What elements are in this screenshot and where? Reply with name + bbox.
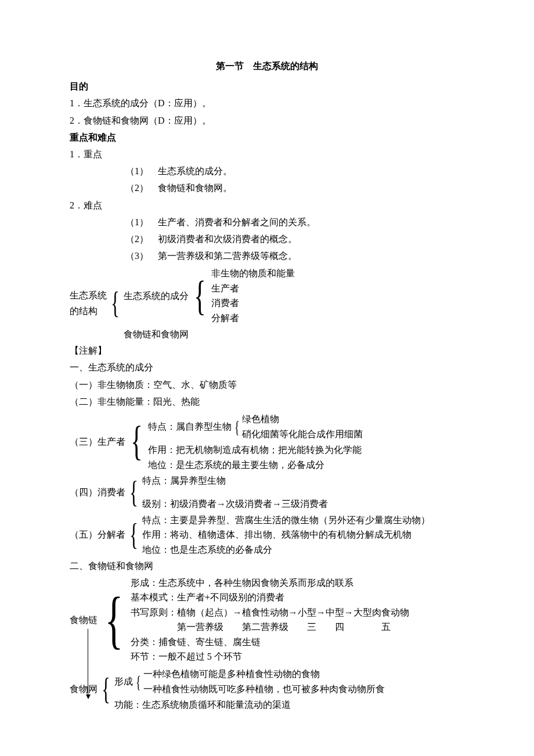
food-web-form-1: 一种绿色植物可能是多种植食性动物的食物 bbox=[143, 667, 385, 682]
producer-label: （三）生产者 bbox=[70, 411, 125, 472]
objective-2: 2．食物链和食物网（D：应用）。 bbox=[70, 113, 464, 128]
food-web-label: 食物网 bbox=[70, 665, 98, 712]
producer-status: 地位：是生态系统的最主要生物，必备成分 bbox=[148, 458, 363, 473]
food-chain-form: 形成：生态系统中，各种生物因食物关系而形成的联系 bbox=[131, 575, 409, 591]
consumer-block: （四）消费者 { 特点：属异养型生物 级别：初级消费者→次级消费者→三级消费者 bbox=[70, 473, 464, 511]
decomposer-feature: 特点：主要是异养型、营腐生生活的微生物（另外还有少量腐生动物） bbox=[142, 513, 430, 528]
objective-1: 1．生态系统的成分（D：应用）。 bbox=[70, 95, 464, 111]
structure-comp-3: 消费者 bbox=[211, 296, 295, 311]
structure-branch-2: 食物链和食物网 bbox=[124, 327, 295, 342]
food-chain-links: 环节：一般不超过 5 个环节 bbox=[131, 649, 409, 664]
producer-block: （三）生产者 { 特点：属自养型生物 { 绿色植物 硝化细菌等化能合成作用细菌 … bbox=[70, 411, 464, 472]
decomposer-status: 地位：也是生态系统的必备成分 bbox=[142, 542, 430, 557]
brace-icon: { bbox=[129, 513, 139, 557]
note-heading: 【注解】 bbox=[70, 343, 464, 358]
structure-root-1: 生态系统 bbox=[70, 287, 107, 303]
heading-key-difficult: 重点和难点 bbox=[70, 129, 464, 145]
brace-icon: { bbox=[104, 575, 124, 665]
decomposer-role: 作用：将动、植物遗体、排出物、残落物中的有机物分解成无机物 bbox=[142, 527, 430, 542]
consumer-label: （四）消费者 bbox=[70, 473, 125, 511]
key-point-1: （1） 生态系统的成分。 bbox=[70, 163, 464, 179]
brace-icon: { bbox=[193, 266, 207, 325]
page-title: 第一节 生态系统的结构 bbox=[70, 58, 464, 74]
difficult-2: （2） 初级消费者和次级消费者的概念。 bbox=[70, 231, 464, 247]
note-1-2: （二）非生物能量：阳光、热能 bbox=[70, 394, 464, 409]
decomposer-label: （五）分解者 bbox=[70, 513, 125, 557]
brace-icon: { bbox=[110, 265, 120, 341]
difficult-3: （3） 第一营养级和第二营养级等概念。 bbox=[70, 248, 464, 264]
decomposer-block: （五）分解者 { 特点：主要是异养型、营腐生生活的微生物（另外还有少量腐生动物）… bbox=[70, 513, 464, 557]
structure-comp-1: 非生物的物质和能量 bbox=[211, 266, 295, 281]
consumer-levels: 级别：初级消费者→次级消费者→三级消费者 bbox=[142, 496, 328, 512]
structure-diagram: 生态系统 的结构 { 生态系统的成分 { 非生物的物质和能量 生产者 消费者 分… bbox=[70, 265, 464, 341]
food-chain-web-block: 食物链 { 形成：生态系统中，各种生物因食物关系而形成的联系 基本模式：生产者+… bbox=[70, 575, 464, 712]
food-chain-types: 分类：捕食链、寄生链、腐生链 bbox=[131, 635, 409, 650]
producer-role: 作用：把无机物制造成有机物；把光能转换为化学能 bbox=[148, 442, 363, 458]
key-point-heading: 1．重点 bbox=[70, 146, 464, 162]
producer-feature: 特点：属自养型生物 bbox=[148, 412, 232, 441]
note-1: 一、生态系统的成分 bbox=[70, 359, 464, 375]
brace-icon: { bbox=[129, 473, 139, 511]
arrow-down-icon bbox=[88, 629, 88, 699]
difficult-1: （1） 生产者、消费者和分解者之间的关系。 bbox=[70, 214, 464, 230]
consumer-feature: 特点：属异养型生物 bbox=[142, 473, 328, 488]
key-point-2: （2） 食物链和食物网。 bbox=[70, 180, 464, 196]
structure-comp-2: 生产者 bbox=[211, 281, 295, 296]
note-1-1: （一）非生物物质：空气、水、矿物质等 bbox=[70, 377, 464, 393]
food-web-form-label: 形成 bbox=[114, 667, 133, 696]
brace-icon: { bbox=[130, 411, 143, 472]
food-chain-label: 食物链 bbox=[70, 575, 98, 665]
brace-icon: { bbox=[135, 667, 142, 696]
difficult-heading: 2．难点 bbox=[70, 197, 464, 213]
food-chain-model: 基本模式：生产者+不同级别的消费者 bbox=[131, 590, 409, 605]
brace-icon: { bbox=[233, 412, 240, 441]
note-2: 二、食物链和食物网 bbox=[70, 558, 464, 574]
food-chain-rule-b: 第一营养级 第二营养级 三 四 五 bbox=[131, 620, 409, 635]
producer-feature-2: 硝化细菌等化能合成作用细菌 bbox=[242, 427, 363, 442]
producer-feature-1: 绿色植物 bbox=[242, 412, 363, 427]
structure-comp-4: 分解者 bbox=[211, 311, 295, 326]
structure-root-2: 的结构 bbox=[70, 303, 107, 319]
brace-icon: { bbox=[101, 665, 111, 712]
heading-objectives: 目的 bbox=[70, 78, 464, 94]
structure-branch-1: 生态系统的成分 bbox=[124, 266, 189, 325]
food-web-function: 功能：生态系统物质循环和能量流动的渠道 bbox=[114, 697, 385, 712]
food-chain-rule-a: 书写原则：植物（起点）→植食性动物→小型→中型→大型肉食动物 bbox=[131, 605, 409, 620]
food-web-form-2: 一种植食性动物既可吃多种植物，也可被多种肉食动物所食 bbox=[143, 682, 385, 697]
